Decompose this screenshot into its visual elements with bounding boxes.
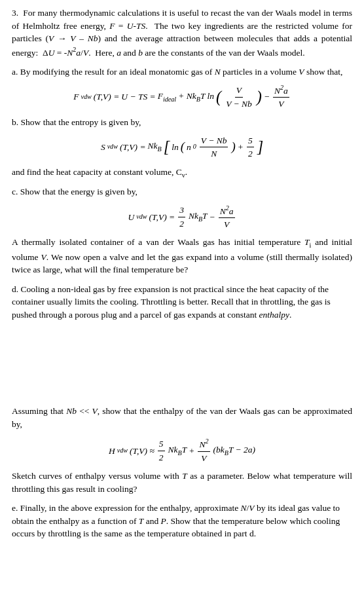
problem-intro: 3. For many thermodynamic calculations i… bbox=[12, 7, 352, 59]
enthalpy-section: Assuming that Nb << V, show that the ent… bbox=[12, 405, 352, 464]
sketch-text: Sketch curves of enthalpy versus volume … bbox=[12, 470, 352, 495]
part-b: b. Show that the entropy is given by, Sv… bbox=[12, 116, 352, 180]
enthalpy-approx-text: Assuming that Nb << V, show that the ent… bbox=[12, 405, 352, 430]
part-d: d. Cooling a non-ideal gas by free expan… bbox=[12, 283, 352, 322]
part-a: a. By modifying the result for an ideal … bbox=[12, 65, 352, 111]
part-d-label: d. Cooling a non-ideal gas by free expan… bbox=[12, 283, 352, 322]
equation-a: Fvdw (T,V) = U − TS = Fideal + NkBT ln (… bbox=[12, 83, 352, 111]
part-c: c. Show that the energy is given by, Uvd… bbox=[12, 185, 352, 231]
part-b-label: b. Show that the entropy is given by, bbox=[12, 116, 352, 129]
main-content: 3. For many thermodynamic calculations i… bbox=[12, 7, 352, 540]
equation-b: Svdw (T,V) = NkB [ ln ( n0 V − Nb N ) + … bbox=[12, 134, 352, 160]
part-c-label: c. Show that the energy is given by, bbox=[12, 185, 352, 198]
thermally-isolated-text: A thermally isolated container of a van … bbox=[12, 236, 352, 276]
part-b-cont: and find the heat capacity at constant v… bbox=[12, 166, 352, 180]
problem-number: 3. bbox=[12, 8, 23, 18]
equation-c: Uvdw (T,V) = 3 2 NkBT − N2a V bbox=[12, 204, 352, 231]
blank-space bbox=[12, 326, 352, 405]
part-e-label: e. Finally, in the above expression for … bbox=[12, 502, 352, 540]
equation-e: Hvdw (T,V) ≈ 5 2 NkBT + N2 V (bkBT − 2a) bbox=[12, 437, 352, 464]
part-e: e. Finally, in the above expression for … bbox=[12, 502, 352, 540]
part-a-label: a. By modifying the result for an ideal … bbox=[12, 65, 352, 79]
